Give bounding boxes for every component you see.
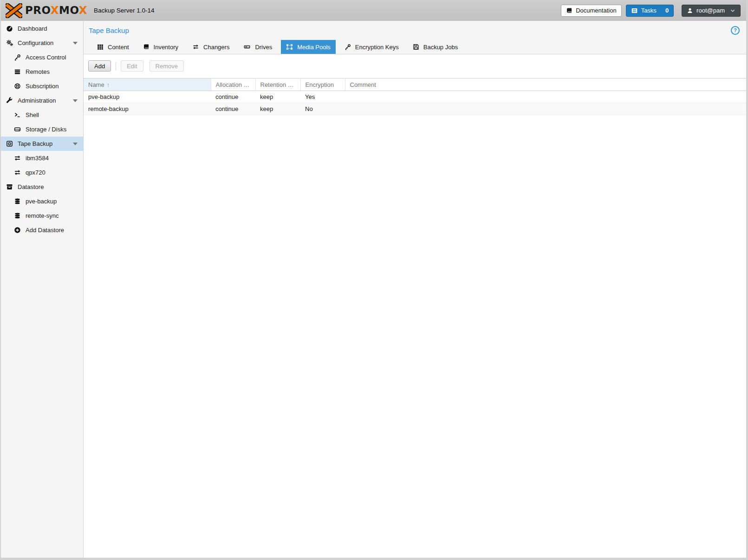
- proxmox-wordmark: PROXMOX: [25, 5, 87, 16]
- tab-content[interactable]: Content: [92, 40, 134, 54]
- sort-asc-icon: ↑: [107, 81, 110, 88]
- sidebar-item-administration[interactable]: Administration: [1, 93, 83, 108]
- sidebar-item-label: qpx720: [26, 169, 46, 176]
- sidebar-item-tape-backup[interactable]: Tape Backup: [1, 137, 83, 151]
- tab-label: Backup Jobs: [423, 44, 458, 51]
- sidebar-item-label: remote-sync: [26, 212, 59, 219]
- remove-button[interactable]: Remove: [150, 60, 184, 72]
- save-icon: [413, 44, 419, 50]
- proxmox-x-icon: [6, 3, 22, 18]
- tab-label: Content: [108, 44, 129, 51]
- terminal-icon: [13, 111, 21, 119]
- cell-allocation: continue: [211, 103, 255, 115]
- sidebar-item-access-control[interactable]: Access Control: [1, 50, 83, 65]
- tab-changers[interactable]: Changers: [187, 40, 234, 54]
- table-row[interactable]: remote-backup continue keep No: [84, 103, 746, 115]
- table-header-row: Name↑ Allocation … Retention … Encryptio…: [84, 78, 746, 91]
- server-icon: [13, 68, 21, 76]
- sidebar-item-add-datastore[interactable]: Add Datastore: [1, 223, 83, 237]
- wordmark-seg: PRO: [25, 4, 51, 16]
- sidebar-item-label: Add Datastore: [26, 227, 64, 234]
- key-icon: [345, 44, 351, 50]
- sidebar-item-label: Configuration: [18, 39, 53, 46]
- sidebar-item-label: Dashboard: [18, 25, 47, 32]
- sidebar-item-label: Storage / Disks: [26, 126, 66, 133]
- col-header-label: Comment: [350, 81, 376, 88]
- database-icon: [13, 212, 21, 220]
- book-icon: [143, 44, 150, 50]
- cell-name: pve-backup: [84, 91, 211, 103]
- content-header: Tape Backup ? Content: [84, 21, 746, 54]
- page-title: Tape Backup: [89, 26, 129, 34]
- help-icon[interactable]: ?: [731, 26, 740, 35]
- plus-circle-icon: [13, 227, 21, 234]
- drive-icon: [243, 44, 251, 50]
- tab-backup-jobs[interactable]: Backup Jobs: [408, 40, 463, 54]
- grid-toolbar: Add Edit Remove: [84, 54, 746, 75]
- sidebar-item-label: Datastore: [18, 183, 44, 190]
- col-header-encryption[interactable]: Encryption: [300, 78, 345, 91]
- sidebar-item-remote-sync[interactable]: remote-sync: [1, 208, 83, 223]
- sidebar-item-subscription[interactable]: Subscription: [1, 79, 83, 93]
- sidebar-item-label: pve-backup: [26, 198, 57, 205]
- object-group-icon: [286, 44, 293, 50]
- collapse-caret-icon[interactable]: [73, 42, 78, 45]
- tasks-button[interactable]: Tasks 0: [626, 5, 674, 17]
- archive-icon: [6, 183, 13, 191]
- sidebar-item-shell[interactable]: Shell: [1, 108, 83, 122]
- table-row[interactable]: pve-backup continue keep Yes: [84, 91, 746, 103]
- media-pools-table: Name↑ Allocation … Retention … Encryptio…: [84, 78, 746, 115]
- sidebar-item-storage-disks[interactable]: Storage / Disks: [1, 122, 83, 137]
- cell-comment: [345, 103, 746, 115]
- sidebar-item-remotes[interactable]: Remotes: [1, 65, 83, 79]
- tab-label: Media Pools: [297, 44, 331, 51]
- wrench-icon: [6, 97, 13, 104]
- col-header-comment[interactable]: Comment: [345, 78, 746, 91]
- key-icon: [13, 54, 21, 61]
- col-header-retention[interactable]: Retention …: [255, 78, 300, 91]
- sidebar-item-dashboard[interactable]: Dashboard: [1, 21, 83, 36]
- gears-icon: [6, 39, 13, 47]
- user-menu-button[interactable]: root@pam: [682, 5, 741, 17]
- tab-drives[interactable]: Drives: [238, 40, 277, 54]
- sidebar-item-pve-backup[interactable]: pve-backup: [1, 194, 83, 208]
- collapse-caret-icon[interactable]: [73, 99, 78, 102]
- cell-encryption: No: [300, 103, 345, 115]
- tab-label: Drives: [255, 44, 272, 51]
- tab-inventory[interactable]: Inventory: [138, 40, 183, 54]
- sidebar-item-label: Shell: [26, 111, 39, 118]
- add-button[interactable]: Add: [88, 60, 111, 72]
- wordmark-seg: X: [51, 4, 59, 16]
- col-header-label: Encryption: [306, 81, 334, 88]
- col-header-label: Retention …: [260, 81, 294, 88]
- col-header-allocation[interactable]: Allocation …: [211, 78, 255, 91]
- collapse-caret-icon[interactable]: [73, 143, 78, 145]
- tab-media-pools[interactable]: Media Pools: [281, 40, 336, 54]
- sidebar-item-qpx720[interactable]: qpx720: [1, 165, 83, 180]
- documentation-label: Documentation: [576, 7, 616, 14]
- tab-label: Changers: [203, 44, 229, 51]
- sidebar-item-configuration[interactable]: Configuration: [1, 36, 83, 50]
- tab-encryption-keys[interactable]: Encryption Keys: [339, 40, 404, 54]
- wordmark-seg: MO: [59, 4, 79, 16]
- col-header-name[interactable]: Name↑: [84, 78, 211, 91]
- user-icon: [687, 7, 693, 14]
- edit-button[interactable]: Edit: [121, 60, 143, 72]
- database-icon: [13, 198, 21, 205]
- exchange-icon: [13, 169, 21, 176]
- cell-retention: keep: [255, 91, 300, 103]
- sidebar-item-datastore[interactable]: Datastore: [1, 180, 83, 194]
- sidebar-item-label: Access Control: [26, 54, 66, 61]
- sidebar-item-label: Remotes: [26, 68, 50, 75]
- user-label: root@pam: [696, 7, 725, 14]
- tasks-count-badge: 0: [665, 7, 669, 14]
- tab-label: Inventory: [154, 44, 178, 51]
- exchange-icon: [192, 44, 199, 50]
- sidebar-item-ibm3584[interactable]: ibm3584: [1, 151, 83, 165]
- tachometer-icon: [6, 25, 13, 33]
- sidebar-item-label: ibm3584: [26, 155, 49, 162]
- hdd-icon: [13, 126, 21, 133]
- tab-label: Encryption Keys: [355, 44, 399, 51]
- documentation-button[interactable]: Documentation: [561, 5, 621, 17]
- tasks-label: Tasks: [641, 7, 657, 14]
